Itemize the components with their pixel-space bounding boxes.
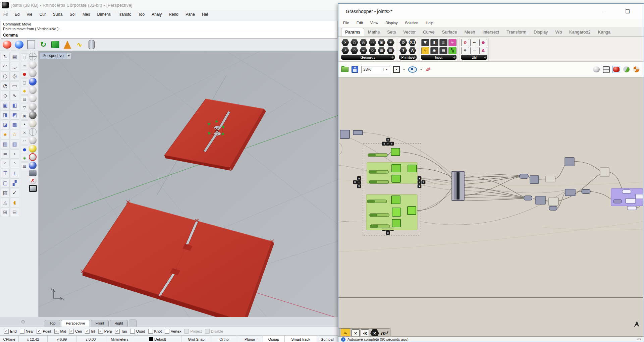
sidebar-narrow-icon-5[interactable]: ▤ <box>21 95 28 103</box>
gh-node-gray-top[interactable] <box>340 130 363 138</box>
status-millimeters[interactable]: Millimeters <box>105 336 134 342</box>
osnap-near[interactable]: Near <box>20 329 34 334</box>
grasshopper-titlebar[interactable]: Grasshopper - joints2* — ❑ <box>338 4 644 19</box>
display-mode-icon-monitor-16[interactable] <box>29 185 37 192</box>
zoom-extents-icon[interactable]: × <box>393 66 400 73</box>
osnap-checkbox-mid[interactable]: ✓ <box>54 329 59 334</box>
component-icon-input-5[interactable]: ◉ <box>430 47 438 54</box>
gh-tab-params[interactable]: Params <box>341 28 364 36</box>
sidebar-tool-icon-32[interactable]: ⊞ <box>1 208 10 217</box>
component-icon-util-0[interactable]: ✿ <box>461 39 469 46</box>
rhino-menu-vie[interactable]: Vie <box>26 12 32 17</box>
component-icon-util-2[interactable]: ● <box>479 39 487 46</box>
rhino-menu-analy[interactable]: Analy <box>152 12 162 17</box>
sidebar-tool-icon-15[interactable]: ▩ <box>10 120 19 129</box>
component-icon-primitive-0[interactable]: ∅ <box>399 39 407 46</box>
rhino-menu-sol[interactable]: Sol <box>70 12 75 17</box>
component-icon-input-6[interactable]: ▤ <box>439 47 447 54</box>
rhino-toolbar-cylinder-tool[interactable] <box>87 40 97 50</box>
component-icon-input-4[interactable]: ∿ <box>421 47 429 54</box>
rhino-toolbar-curve-control-points[interactable]: ∿ <box>74 40 85 50</box>
open-file-icon[interactable] <box>341 67 348 72</box>
rhino-menu-too[interactable]: Too <box>138 12 145 17</box>
rhino-menu-cur[interactable]: Cur <box>40 12 46 17</box>
panel-group-label-geometry[interactable]: Geometry <box>341 55 395 60</box>
rhino-command-input[interactable]: Comma <box>1 32 337 39</box>
gh-tab-intersect[interactable]: Intersect <box>479 28 503 36</box>
component-icon-geometry-4[interactable]: ▣ <box>378 39 385 46</box>
rhino-toolbar-update-recycle[interactable]: ↻ <box>38 40 48 50</box>
sidebar-tool-icon-16[interactable]: ★ <box>1 130 10 139</box>
panel-group-label-util[interactable]: Util <box>461 55 487 60</box>
gh-tab-wb[interactable]: Wb <box>552 28 566 36</box>
sidebar-tool-icon-24[interactable]: ⊤ <box>1 169 10 178</box>
display-mode-icon-wire-9[interactable] <box>29 128 37 136</box>
sidebar-narrow-icon-0[interactable]: ▯ <box>21 53 28 61</box>
sidebar-narrow-icon-11[interactable]: ● <box>21 146 28 153</box>
perspective-viewport[interactable]: Perspective ▼ <box>39 51 339 317</box>
sketch-pen-icon[interactable]: ✎ <box>424 66 432 73</box>
gh-tab-display[interactable]: Display <box>530 28 552 36</box>
rhino-menu-dimens[interactable]: Dimens <box>97 12 111 17</box>
component-icon-input-7[interactable]: ▚ <box>448 47 457 54</box>
panel-group-label-input[interactable]: Input <box>421 55 457 60</box>
viewport-tab-right[interactable]: Right <box>110 320 128 327</box>
viewport-title-label[interactable]: Perspective <box>40 53 66 59</box>
component-icon-geometry-9[interactable]: ◇ <box>369 47 376 54</box>
status-planar[interactable]: Planar <box>237 336 263 342</box>
display-mode-icon-sphere-ring-12[interactable] <box>29 153 37 161</box>
maximize-button[interactable]: ❑ <box>623 8 632 15</box>
sidebar-tool-icon-27[interactable]: ▞ <box>10 178 19 188</box>
gh-group-purple[interactable] <box>611 188 643 210</box>
sidebar-tool-icon-12[interactable]: ◨ <box>1 110 10 120</box>
osnap-cen[interactable]: ✓Cen <box>69 329 82 334</box>
sidebar-narrow-icon-4[interactable]: ◆ <box>21 87 28 95</box>
component-icon-primitive-1[interactable]: 0.1 <box>409 39 416 46</box>
sidebar-tool-icon-28[interactable]: ▧ <box>1 188 10 197</box>
viewport-tab-new[interactable] <box>129 320 137 327</box>
display-mode-icon-sphere-10[interactable] <box>29 136 37 144</box>
sidebar-narrow-icon-7[interactable]: ▣ <box>21 112 28 120</box>
osnap-checkbox-perp[interactable]: ✓ <box>98 329 103 334</box>
viewport-title-dropdown-icon[interactable]: ▼ <box>66 53 72 59</box>
gh-menu-solution[interactable]: Solution <box>405 21 418 25</box>
gh-node-merge[interactable] <box>452 171 464 201</box>
sidebar-tool-icon-18[interactable]: ▤ <box>1 139 10 149</box>
combobox-arrow-icon[interactable]: ▼ <box>383 68 388 71</box>
component-icon-util-4[interactable]: ⇒ <box>470 47 478 54</box>
component-icon-geometry-11[interactable]: ▤ <box>387 47 394 54</box>
rhino-toolbar-paste-clipboard[interactable] <box>26 40 36 50</box>
viewport-settings-gear-icon[interactable]: ⚙ <box>21 319 25 325</box>
osnap-checkbox-quad[interactable] <box>130 329 135 334</box>
display-mode-icon-sphere-8[interactable] <box>29 120 37 127</box>
rhino-toolbar-box-display[interactable] <box>50 40 60 50</box>
component-icon-geometry-8[interactable]: ∿ <box>360 47 367 54</box>
component-icon-geometry-6[interactable]: ↗ <box>341 47 349 54</box>
rhino-toolbar-new-model-sphere-red[interactable] <box>2 40 12 50</box>
rhino-menu-hel[interactable]: Hel <box>202 12 208 17</box>
sidebar-narrow-icon-13[interactable]: ▦ <box>21 162 28 170</box>
sidebar-tool-icon-13[interactable]: ◩ <box>10 110 19 120</box>
gh-menu-help[interactable]: Help <box>426 21 433 25</box>
grasshopper-canvas[interactable]: ≡◄+► ◄+►≡ ▲+▼≣ ▲+▼≣ <box>338 77 644 342</box>
status-osnap[interactable]: Osnap <box>263 336 285 342</box>
gh-tab-kanga[interactable]: Kanga <box>594 28 614 36</box>
gh-nodes-right[interactable] <box>520 158 609 210</box>
minimize-button[interactable]: — <box>600 8 608 15</box>
status-grid-snap[interactable]: Grid Snap <box>181 336 211 342</box>
rhino-menu-fil[interactable]: Fil <box>3 12 8 17</box>
sidebar-narrow-icon-8[interactable]: • <box>21 120 28 128</box>
display-mode-icon-sphere-13[interactable] <box>29 162 37 169</box>
slider-group-cluster[interactable] <box>366 148 417 230</box>
component-icon-geometry-0[interactable]: × <box>341 39 349 46</box>
osnap-perp[interactable]: ✓Perp <box>98 329 112 334</box>
sidebar-tool-icon-25[interactable]: ⊥ <box>10 169 19 178</box>
rhino-menu-rend[interactable]: Rend <box>169 12 178 17</box>
status-smarttrack[interactable]: SmartTrack <box>285 336 317 342</box>
viewport-tab-front[interactable]: Front <box>91 320 109 327</box>
panel-group-label-primitive[interactable]: Primitive <box>399 55 417 60</box>
component-icon-util-5[interactable]: Δ <box>479 47 487 54</box>
sidebar-tool-icon-0[interactable]: ↖ <box>1 52 10 61</box>
osnap-checkbox-vertex[interactable] <box>165 329 169 334</box>
osnap-point[interactable]: ✓Point <box>37 329 51 334</box>
